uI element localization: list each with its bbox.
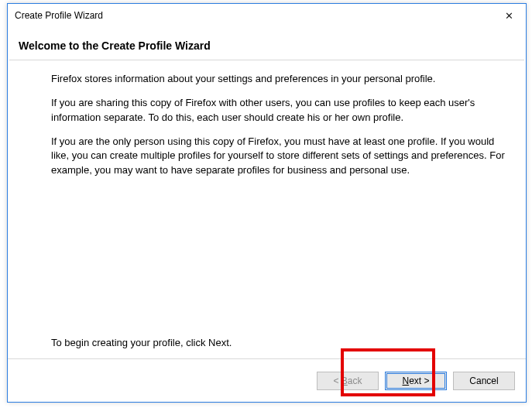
next-button[interactable]: Next > [385, 372, 447, 390]
begin-instruction: To begin creating your profile, click Ne… [51, 336, 507, 351]
create-profile-wizard-dialog: Create Profile Wizard ✕ Welcome to the C… [7, 3, 527, 403]
intro-paragraph-2: If you are sharing this copy of Firefox … [51, 96, 507, 125]
intro-paragraph-1: Firefox stores information about your se… [51, 72, 507, 87]
intro-paragraph-3: If you are the only person using this co… [51, 135, 507, 179]
titlebar: Create Profile Wizard ✕ [8, 4, 526, 27]
wizard-footer: < Back Next > Cancel [8, 358, 526, 402]
wizard-body: Firefox stores information about your se… [8, 60, 526, 358]
page-heading: Welcome to the Create Profile Wizard [19, 39, 515, 52]
dialog-title: Create Profile Wizard [15, 10, 492, 21]
cancel-button[interactable]: Cancel [453, 372, 515, 390]
back-button-label: < Back [333, 375, 362, 386]
next-button-label: Next > [402, 375, 429, 386]
close-icon[interactable]: ✕ [492, 4, 526, 27]
back-button: < Back [317, 372, 379, 390]
